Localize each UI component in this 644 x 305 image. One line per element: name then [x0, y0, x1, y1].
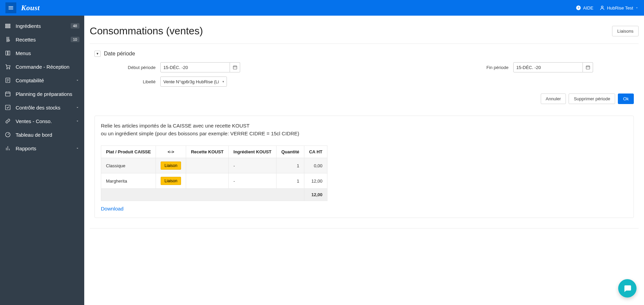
cell-ingredient: - [229, 173, 276, 189]
content-card: Relie les articles importés de la CAISSE… [94, 116, 634, 218]
topbar: Koust ? AIDE HubRise Test [0, 0, 644, 16]
user-icon [600, 5, 605, 11]
sidebar-item-label: Contrôle des stocks [16, 105, 71, 111]
chevron-down-icon [635, 6, 639, 10]
intro-line-1: Relie les articles importés de la CAISSE… [101, 122, 627, 130]
debut-input[interactable] [160, 62, 230, 72]
svg-point-8 [9, 68, 10, 69]
sidebar-item-label: Menus [16, 50, 79, 56]
fin-label: Fin période [468, 65, 508, 70]
menus-icon [5, 50, 11, 56]
libelle-select[interactable] [160, 77, 227, 87]
col-header-ca: CA HT [304, 146, 327, 158]
sidebar-item-commande[interactable]: Commande - Réception [0, 60, 84, 73]
page-title: Consommations (ventes) [90, 25, 203, 37]
cell-plat: Classique [101, 158, 156, 173]
sidebar: Ingrédients 48 Recettes 10 Menus Command… [0, 16, 84, 305]
cell-recette [186, 158, 229, 173]
cell-recette [186, 173, 229, 189]
sidebar-item-label: Commande - Réception [16, 64, 79, 70]
chevron-down-icon [75, 119, 79, 123]
svg-rect-11 [5, 105, 10, 110]
svg-point-6 [8, 40, 10, 41]
ok-button[interactable]: Ok [618, 94, 634, 104]
sidebar-badge: 48 [71, 23, 79, 29]
debut-calendar-button[interactable] [230, 62, 240, 72]
divider [90, 228, 639, 228]
intro-line-2: ou un ingrédient simple (pour des boisso… [101, 130, 627, 138]
sidebar-item-label: Recettes [16, 37, 66, 43]
libelle-label: Libellé [115, 79, 156, 84]
chevron-down-icon [75, 146, 79, 150]
gauge-icon [5, 132, 11, 138]
cart-icon [5, 64, 11, 70]
liaison-button[interactable]: Liaison [161, 162, 181, 170]
fin-input[interactable] [513, 62, 583, 72]
col-header-quantite: Quantité [276, 146, 304, 158]
recipes-icon [5, 36, 11, 43]
liaisons-button[interactable]: Liaisons [612, 26, 639, 36]
sidebar-item-ventes[interactable]: Ventes - Conso. [0, 114, 84, 128]
sidebar-badge: 10 [71, 37, 79, 42]
table-row: Classique Liaison - 1 0,00 [101, 158, 327, 173]
cell-ca: 12,00 [304, 173, 327, 189]
col-header-plat: Plat / Produit CAISSE [101, 146, 156, 158]
chevron-down-icon [75, 78, 79, 82]
delete-period-button[interactable]: Supprimer période [569, 94, 615, 104]
collapse-toggle[interactable]: ▼ [94, 51, 101, 57]
sidebar-item-planning[interactable]: Planning de préparations [0, 87, 84, 101]
svg-point-7 [7, 68, 7, 69]
sidebar-item-stocks[interactable]: Contrôle des stocks [0, 101, 84, 114]
sidebar-item-comptabilite[interactable]: Comptabilité [0, 73, 84, 87]
cell-quantite: 1 [276, 173, 304, 189]
svg-rect-13 [233, 66, 237, 69]
svg-rect-3 [5, 24, 10, 25]
reports-icon [5, 145, 11, 151]
calendar-icon [5, 91, 11, 97]
sidebar-item-label: Tableau de bord [16, 132, 79, 138]
sidebar-item-label: Ventes - Conso. [16, 118, 71, 124]
help-link[interactable]: ? AIDE [576, 5, 593, 11]
fin-calendar-button[interactable] [583, 62, 593, 72]
ingredients-icon [5, 23, 11, 29]
link-icon [5, 118, 11, 124]
sidebar-item-label: Rapports [16, 146, 71, 151]
svg-rect-5 [5, 27, 10, 28]
svg-rect-10 [5, 92, 10, 96]
filter-title: Date période [104, 51, 135, 57]
hamburger-icon [8, 5, 14, 11]
calendar-icon [586, 65, 590, 70]
sidebar-item-menus[interactable]: Menus [0, 46, 84, 60]
chevron-down-icon [75, 105, 79, 109]
debut-label: Début période [115, 65, 156, 70]
sidebar-item-dashboard[interactable]: Tableau de bord [0, 128, 84, 141]
liaison-button[interactable]: Liaison [161, 177, 181, 185]
sidebar-item-rapports[interactable]: Rapports [0, 141, 84, 155]
sidebar-item-label: Ingrédients [16, 23, 66, 29]
user-name: HubRise Test [607, 5, 633, 11]
cancel-button[interactable]: Annuler [541, 94, 566, 104]
chat-icon [623, 284, 632, 293]
col-header-ingredient: Ingrédient KOUST [229, 146, 276, 158]
svg-text:?: ? [577, 6, 579, 10]
filter-section: ▼ Date période Début période [90, 51, 639, 111]
cell-ingredient: - [229, 158, 276, 173]
menu-toggle-button[interactable] [5, 2, 16, 13]
sidebar-item-ingredients[interactable]: Ingrédients 48 [0, 19, 84, 33]
help-icon: ? [576, 5, 581, 11]
chat-fab[interactable] [618, 279, 637, 298]
svg-rect-4 [5, 26, 10, 26]
cell-quantite: 1 [276, 158, 304, 173]
cell-plat: Margherita [101, 173, 156, 189]
calendar-icon [233, 65, 237, 70]
main-content: Consommations (ventes) Liaisons ▼ Date p… [84, 16, 644, 305]
user-menu[interactable]: HubRise Test [600, 5, 639, 11]
table-row: Margherita Liaison - 1 12,00 [101, 173, 327, 189]
download-link[interactable]: Download [101, 206, 124, 211]
accounting-icon [5, 77, 11, 83]
sidebar-item-recettes[interactable]: Recettes 10 [0, 33, 84, 46]
col-header-link: <-> [156, 146, 186, 158]
cell-ca: 0,00 [304, 158, 327, 173]
col-header-recette: Recette KOUST [186, 146, 229, 158]
logo: Koust [21, 3, 40, 12]
